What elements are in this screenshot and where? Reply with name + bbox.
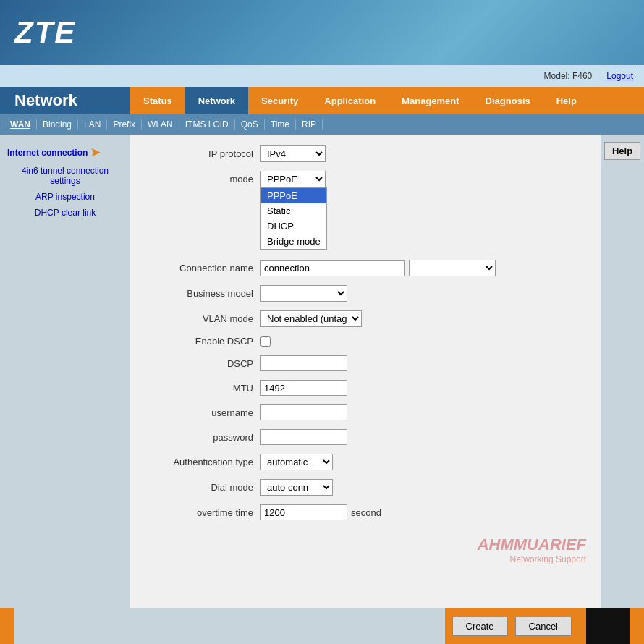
mtu-label: MTU xyxy=(145,383,260,394)
nav-application[interactable]: Application xyxy=(311,87,389,114)
overtime-row: overtime time second xyxy=(145,504,586,520)
subnav-time[interactable]: Time xyxy=(265,119,296,130)
mode-row: mode PPPoE Static DHCP Bridge mode PPPoE… xyxy=(145,171,586,187)
watermark-line1: AHMMUARIEF xyxy=(478,535,586,554)
subnav-lan[interactable]: LAN xyxy=(78,119,107,130)
subnav-binding[interactable]: Binding xyxy=(37,119,78,130)
sidebar-4in6-tunnel[interactable]: 4in6 tunnel connectionsettings xyxy=(0,163,130,189)
logout-link[interactable]: Logout xyxy=(606,71,633,81)
overtime-label: overtime time xyxy=(145,507,260,518)
auth-type-label: Authentication type xyxy=(145,457,260,467)
watermark-line2: Networking Support xyxy=(478,554,586,564)
nav-section-label: Network xyxy=(0,87,130,114)
business-model-select[interactable] xyxy=(260,285,347,302)
nav-items: Status Network Security Application Mana… xyxy=(130,87,644,114)
mtu-input[interactable] xyxy=(260,380,347,396)
model-bar: Model: F460 Logout xyxy=(0,65,644,87)
password-label: password xyxy=(145,432,260,443)
username-label: username xyxy=(145,407,260,418)
connection-type-select[interactable] xyxy=(409,260,496,276)
model-label: Model: F460 xyxy=(544,71,593,81)
mode-dropdown-wrapper: PPPoE Static DHCP Bridge mode PPPoE Stat… xyxy=(260,171,326,187)
sub-nav: WAN Binding LAN Prefix WLAN ITMS LOID Qo… xyxy=(0,114,644,135)
business-model-label: Business model xyxy=(145,288,260,299)
dial-mode-row: Dial mode auto conn manual xyxy=(145,479,586,496)
dial-mode-select[interactable]: auto conn manual xyxy=(260,479,333,496)
mode-label: mode xyxy=(145,174,260,185)
username-row: username xyxy=(145,404,586,420)
mode-option-pppoe[interactable]: PPPoE xyxy=(261,188,326,203)
overtime-input[interactable] xyxy=(260,504,347,520)
subnav-wan[interactable]: WAN xyxy=(4,119,37,130)
help-button[interactable]: Help xyxy=(604,142,640,160)
ip-protocol-label: IP protocol xyxy=(145,148,260,159)
mtu-row: MTU xyxy=(145,380,586,396)
ip-protocol-row: IP protocol IPv4 IPv6 xyxy=(145,145,586,162)
footer: Create Cancel xyxy=(0,608,644,644)
help-panel: Help xyxy=(601,135,644,608)
content-area: IP protocol IPv4 IPv6 mode PPPoE Static … xyxy=(130,135,601,608)
subnav-itms[interactable]: ITMS LOID xyxy=(179,119,235,130)
vlan-mode-select[interactable]: Not enabled (untag xyxy=(260,310,362,327)
ip-protocol-select[interactable]: IPv4 IPv6 xyxy=(260,145,326,162)
dscp-row: DSCP xyxy=(145,355,586,371)
vlan-mode-row: VLAN mode Not enabled (untag xyxy=(145,310,586,327)
nav-management[interactable]: Management xyxy=(389,87,472,114)
mode-dropdown-menu: PPPoE Static DHCP Bridge mode xyxy=(260,187,327,250)
mode-option-bridge[interactable]: Bridge mode xyxy=(261,234,326,249)
sidebar-internet-connection[interactable]: Internet connection ➤ xyxy=(0,142,130,163)
zte-logo: ZTE xyxy=(14,15,76,50)
vlan-mode-label: VLAN mode xyxy=(145,313,260,324)
connection-name-label: Connection name xyxy=(145,263,260,274)
cancel-button[interactable]: Cancel xyxy=(515,617,572,636)
nav-status[interactable]: Status xyxy=(130,87,185,114)
watermark: AHMMUARIEF Networking Support xyxy=(478,535,586,564)
header: ZTE xyxy=(0,0,644,65)
connection-name-input[interactable] xyxy=(260,260,405,276)
auth-type-row: Authentication type automatic PAP CHAP xyxy=(145,454,586,470)
sidebar-dhcp-clear[interactable]: DHCP clear link xyxy=(0,205,130,221)
dscp-input[interactable] xyxy=(260,355,347,371)
nav-bar: Network Status Network Security Applicat… xyxy=(0,87,644,114)
main-layout: Internet connection ➤ 4in6 tunnel connec… xyxy=(0,135,644,608)
connection-name-row: Connection name xyxy=(145,260,586,276)
business-model-row: Business model xyxy=(145,285,586,302)
sidebar: Internet connection ➤ 4in6 tunnel connec… xyxy=(0,135,130,608)
dscp-label: DSCP xyxy=(145,358,260,369)
nav-diagnosis[interactable]: Diagnosis xyxy=(473,87,543,114)
mode-option-dhcp[interactable]: DHCP xyxy=(261,219,326,234)
nav-help[interactable]: Help xyxy=(543,87,590,114)
mode-select[interactable]: PPPoE Static DHCP Bridge mode xyxy=(260,171,326,187)
enable-dscp-checkbox[interactable] xyxy=(260,336,271,347)
internet-connection-label: Internet connection xyxy=(7,148,88,158)
enable-dscp-label: Enable DSCP xyxy=(145,336,260,347)
dial-mode-label: Dial mode xyxy=(145,482,260,493)
auth-type-select[interactable]: automatic PAP CHAP xyxy=(260,454,333,470)
mode-option-static[interactable]: Static xyxy=(261,203,326,219)
username-input[interactable] xyxy=(260,404,347,420)
sidebar-arp-inspection[interactable]: ARP inspection xyxy=(0,189,130,205)
password-row: password xyxy=(145,429,586,445)
subnav-rip[interactable]: RIP xyxy=(296,119,323,130)
nav-network[interactable]: Network xyxy=(185,87,248,114)
enable-dscp-row: Enable DSCP xyxy=(145,336,586,347)
subnav-qos[interactable]: QoS xyxy=(235,119,265,130)
create-button[interactable]: Create xyxy=(452,617,508,636)
subnav-prefix[interactable]: Prefix xyxy=(107,119,142,130)
nav-security[interactable]: Security xyxy=(248,87,311,114)
subnav-wlan[interactable]: WLAN xyxy=(142,119,179,130)
arrow-icon: ➤ xyxy=(90,145,100,159)
second-suffix: second xyxy=(351,507,381,518)
password-input[interactable] xyxy=(260,429,347,445)
